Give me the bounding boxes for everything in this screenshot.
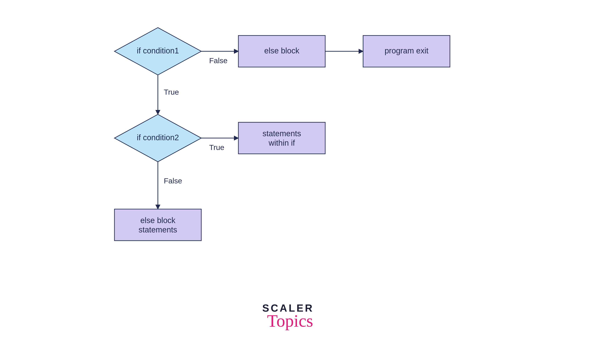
svg-rect-4 bbox=[238, 122, 325, 154]
svg-rect-5 bbox=[115, 209, 201, 241]
edge-label-cond1-false: False bbox=[209, 56, 228, 65]
node-else-block-statements: else block statements bbox=[115, 209, 201, 241]
label-else-stmts-line1: else block bbox=[140, 216, 176, 225]
node-program-exit: program exit bbox=[363, 35, 450, 67]
node-if-condition1: if condition1 bbox=[115, 28, 201, 75]
edge-label-cond2-true: True bbox=[209, 143, 224, 152]
edge-label-cond2-false: False bbox=[164, 177, 182, 185]
flowchart-canvas: if condition1 else block program exit if… bbox=[0, 0, 592, 364]
label-program-exit: program exit bbox=[385, 46, 428, 55]
label-if-condition1: if condition1 bbox=[137, 46, 179, 55]
node-statements-within-if: statements within if bbox=[238, 122, 325, 154]
label-statements-line2: within if bbox=[268, 138, 295, 147]
edge-label-cond1-true: True bbox=[164, 88, 179, 96]
branding-logo: SCALER Topics bbox=[262, 302, 314, 331]
label-statements-line1: statements bbox=[263, 129, 301, 138]
label-else-stmts-line2: statements bbox=[138, 225, 177, 234]
node-if-condition2: if condition2 bbox=[115, 115, 201, 162]
node-else-block: else block bbox=[238, 35, 325, 67]
label-else-block: else block bbox=[264, 46, 299, 55]
brand-line2: Topics bbox=[267, 311, 313, 331]
label-if-condition2: if condition2 bbox=[137, 133, 179, 142]
